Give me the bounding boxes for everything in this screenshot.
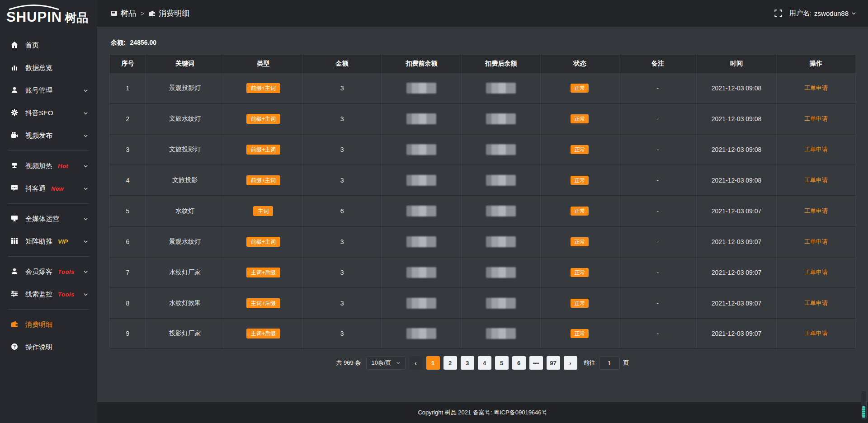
work-order-link[interactable]: 工单申请	[804, 238, 828, 245]
cell-amount: 3	[303, 134, 382, 164]
type-badge: 前缀+主词	[246, 114, 280, 124]
svg-text:?: ?	[13, 344, 16, 349]
logo-cjk-label: 树品	[65, 12, 88, 24]
username-dropdown[interactable]: 用户名: zswodun88	[789, 9, 856, 18]
column-header: 关键词	[146, 54, 224, 72]
cell-balance-before	[382, 195, 462, 226]
breadcrumb: 树品 > 消费明细	[111, 8, 189, 19]
sidebar-item-矩阵助推[interactable]: 矩阵助推VIP	[0, 230, 97, 253]
cell-balance-before	[382, 164, 462, 195]
cell-amount: 3	[303, 226, 382, 257]
sidebar-item-首页[interactable]: 首页	[0, 34, 97, 56]
cell-type: 前缀+主词	[224, 226, 302, 257]
video-icon	[11, 132, 19, 140]
sidebar-item-操作说明[interactable]: ?操作说明	[0, 336, 97, 358]
fullscreen-icon[interactable]	[774, 9, 782, 17]
work-order-link[interactable]: 工单申请	[804, 146, 828, 153]
cell-balance-after	[462, 257, 541, 287]
cell-keyword: 文旅投影灯	[146, 134, 224, 164]
prev-page-button[interactable]: ‹	[409, 356, 423, 370]
sidebar-item-抖客通[interactable]: 抖客通New	[0, 177, 97, 200]
scroll-widget[interactable]	[861, 390, 867, 419]
cell-type: 主词+后缀	[224, 318, 302, 349]
cell-amount: 3	[303, 72, 382, 103]
cell-time: 2021-12-03 09:07	[697, 318, 777, 349]
chevron-down-icon	[83, 292, 88, 297]
app-logo: SHUPIN 树品	[0, 0, 97, 27]
column-header: 扣费后余额	[462, 54, 541, 72]
sidebar-item-抖音SEO[interactable]: 抖音SEO	[0, 102, 97, 124]
page-size-select[interactable]: 10条/页	[366, 356, 405, 370]
redacted-balance-before	[406, 236, 436, 247]
sidebar: SHUPIN 树品 首页数据总览账号管理抖音SEO视频发布视频加热Hot抖客通N…	[0, 0, 97, 423]
table-row: 5水纹灯主词6正常-2021-12-03 09:07工单申请	[109, 195, 856, 226]
cell-action: 工单申请	[777, 287, 856, 318]
cell-index: 4	[109, 164, 146, 195]
cell-status: 正常	[541, 226, 619, 257]
heat-icon	[11, 162, 19, 170]
sidebar-item-视频加热[interactable]: 视频加热Hot	[0, 155, 97, 177]
page-button-1[interactable]: 1	[426, 356, 440, 370]
page-button-97[interactable]: 97	[547, 356, 560, 370]
username-label: 用户名:	[789, 9, 811, 18]
cell-keyword: 投影灯厂家	[146, 318, 224, 349]
status-badge: 正常	[571, 299, 589, 308]
work-order-link[interactable]: 工单申请	[804, 85, 828, 91]
balance-value: 24856.00	[130, 39, 156, 46]
work-order-link[interactable]: 工单申请	[804, 115, 828, 122]
type-badge: 主词+后缀	[246, 298, 280, 308]
cell-balance-after	[462, 72, 541, 103]
sidebar-item-数据总览[interactable]: 数据总览	[0, 56, 97, 79]
work-order-link[interactable]: 工单申请	[804, 207, 828, 214]
cell-status: 正常	[541, 134, 619, 164]
cell-index: 5	[109, 195, 146, 226]
work-order-link[interactable]: 工单申请	[804, 269, 828, 276]
status-badge: 正常	[571, 176, 589, 185]
sidebar-item-会员爆客[interactable]: 会员爆客Tools	[0, 260, 97, 283]
cell-remark: -	[619, 134, 697, 164]
cell-type: 主词+后缀	[224, 287, 302, 318]
sidebar-item-账号管理[interactable]: 账号管理	[0, 79, 97, 102]
table-row: 2文旅水纹灯前缀+主词3正常-2021-12-03 09:08工单申请	[109, 103, 856, 134]
sidebar-item-线索监控[interactable]: 线索监控Tools	[0, 283, 97, 306]
user-icon	[11, 86, 19, 94]
breadcrumb-home[interactable]: 树品	[111, 8, 136, 19]
jump-page-input[interactable]	[599, 356, 620, 370]
cell-balance-after	[462, 287, 541, 318]
sidebar-item-label: 抖音SEO	[25, 109, 53, 118]
status-badge: 正常	[571, 84, 589, 93]
page-button-5[interactable]: 5	[495, 356, 509, 370]
work-order-link[interactable]: 工单申请	[804, 330, 828, 337]
table-header-row: 序号关键词类型金额扣费前余额扣费后余额状态备注时间操作	[109, 54, 856, 72]
page-button-3[interactable]: 3	[461, 356, 474, 370]
cell-balance-after	[462, 226, 541, 257]
type-badge: 前缀+主词	[246, 175, 280, 185]
sidebar-item-label: 线索监控	[25, 290, 52, 299]
cell-index: 1	[109, 72, 146, 103]
cell-balance-before	[382, 287, 462, 318]
cell-keyword: 水纹灯效果	[146, 287, 224, 318]
sidebar-item-全媒体运营[interactable]: 全媒体运营	[0, 207, 97, 230]
sidebar-item-视频发布[interactable]: 视频发布	[0, 124, 97, 147]
cell-balance-before	[382, 257, 462, 287]
cell-balance-before	[382, 134, 462, 164]
redacted-balance-after	[486, 267, 516, 278]
sliders-icon	[11, 290, 19, 298]
next-page-button[interactable]: ›	[564, 356, 577, 370]
column-header: 操作	[777, 54, 856, 72]
cell-remark: -	[619, 72, 697, 103]
more-pages-button[interactable]: •••	[529, 356, 543, 370]
pagination: 共 969 条 10条/页 ‹ 123456•••97 › 前往 页	[109, 356, 856, 370]
cell-type: 前缀+主词	[224, 134, 302, 164]
page-button-4[interactable]: 4	[478, 356, 491, 370]
page-button-6[interactable]: 6	[512, 356, 526, 370]
sidebar-divider	[8, 256, 89, 257]
work-order-link[interactable]: 工单申请	[804, 300, 828, 306]
redacted-balance-before	[406, 113, 436, 124]
sidebar-item-badge: Tools	[58, 268, 75, 275]
cell-status: 正常	[541, 287, 619, 318]
page-button-2[interactable]: 2	[443, 356, 457, 370]
copyright-text: Copyright 树品 2021 备案号: 粤ICP备09019646号	[418, 409, 547, 417]
sidebar-item-消费明细[interactable]: 消费明细	[0, 313, 97, 336]
work-order-link[interactable]: 工单申请	[804, 177, 828, 183]
